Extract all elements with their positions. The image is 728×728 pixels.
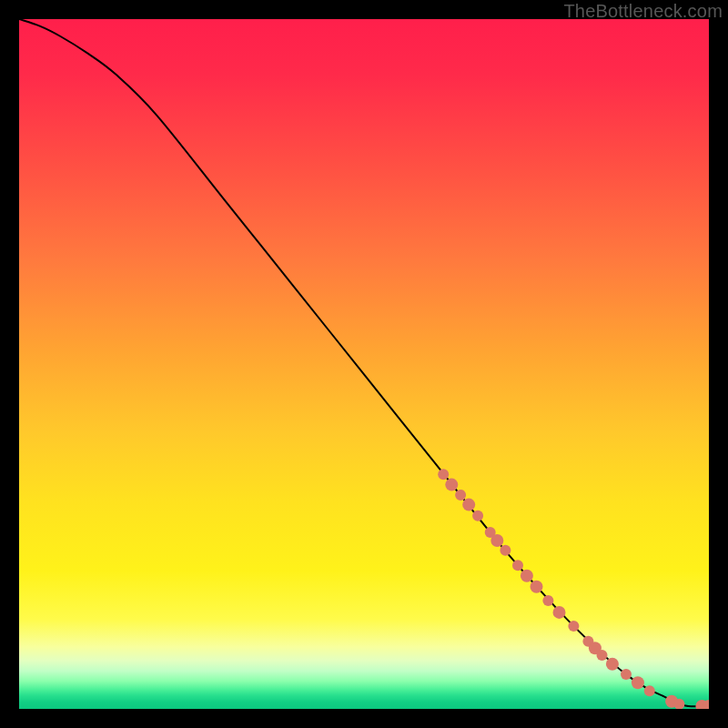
data-points-group — [438, 469, 709, 709]
data-point — [490, 534, 503, 547]
data-point — [553, 606, 566, 619]
bottleneck-curve — [19, 19, 709, 706]
data-point — [438, 469, 449, 480]
chart-svg — [19, 19, 709, 709]
chart-frame — [19, 19, 709, 709]
data-point — [445, 479, 458, 491]
data-point — [632, 676, 644, 689]
data-point — [597, 650, 608, 661]
data-point — [512, 560, 523, 571]
data-point — [455, 490, 466, 500]
data-point — [644, 685, 655, 696]
data-point — [462, 499, 475, 511]
data-point — [500, 545, 511, 556]
data-point — [472, 511, 483, 521]
data-point — [531, 581, 543, 593]
watermark-text: TheBottleneck.com — [563, 1, 723, 22]
data-point — [568, 621, 579, 632]
data-point — [621, 669, 632, 680]
data-point — [606, 658, 619, 671]
data-point — [521, 570, 533, 582]
data-point — [542, 595, 553, 606]
